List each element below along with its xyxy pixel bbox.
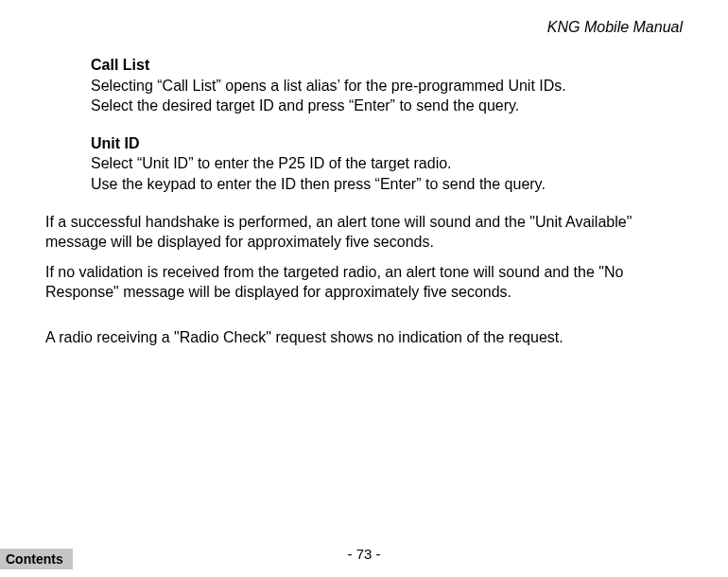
running-header: KNG Mobile Manual xyxy=(547,17,683,38)
page-number: - 73 - xyxy=(0,545,728,564)
receiving-paragraph: A radio receiving a "Radio Check" reques… xyxy=(45,327,683,348)
unit-id-body: Select “Unit ID” to enter the P25 ID of … xyxy=(91,153,673,194)
call-list-heading: Call List xyxy=(91,55,673,76)
unit-id-section: Unit ID Select “Unit ID” to enter the P2… xyxy=(91,133,673,195)
success-paragraph: If a successful handshake is performed, … xyxy=(45,212,683,253)
call-list-section: Call List Selecting “Call List” opens a … xyxy=(91,55,673,116)
call-list-body: Selecting “Call List” opens a list alias… xyxy=(91,76,673,116)
contents-button[interactable]: Contents xyxy=(0,549,73,569)
call-list-line1: Selecting “Call List” opens a list alias… xyxy=(91,76,673,96)
unit-id-heading: Unit ID xyxy=(91,133,673,154)
unit-id-line2: Use the keypad to enter the ID then pres… xyxy=(91,174,673,195)
page-content: Call List Selecting “Call List” opens a … xyxy=(45,55,683,358)
unit-id-line1: Select “Unit ID” to enter the P25 ID of … xyxy=(91,153,673,174)
call-list-line2: Select the desired target ID and press “… xyxy=(91,96,673,116)
no-response-paragraph: If no validation is received from the ta… xyxy=(45,262,683,303)
